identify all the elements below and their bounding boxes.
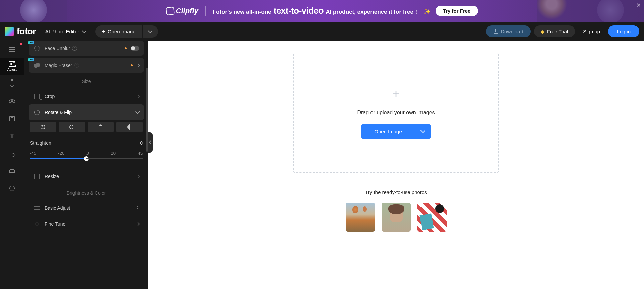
option-fine-tune[interactable]: Fine Tune [29, 216, 144, 232]
eye-icon [9, 99, 15, 103]
open-image-dropdown[interactable] [142, 25, 158, 38]
plus-icon: + [392, 87, 399, 101]
fine-tune-icon [35, 221, 39, 227]
banner-decoration [20, 0, 47, 22]
adjust-icon [9, 61, 15, 67]
basic-adjust-icon [34, 205, 40, 211]
status-dot [131, 64, 133, 66]
chevron-down-icon [82, 28, 87, 33]
login-button[interactable]: Log in [608, 25, 639, 37]
straighten-value: 0 [140, 140, 143, 146]
tool-magic-eraser[interactable]: AI Magic Eraser ? [29, 58, 144, 73]
chevron-right-icon [136, 174, 140, 178]
help-icon[interactable]: ? [74, 63, 79, 68]
banner-decoration [537, 0, 567, 22]
straighten-label: Straighten [30, 140, 51, 146]
ai-badge: AI [28, 58, 34, 61]
editor-label: AI Photo Editor [45, 28, 79, 34]
sample-photo-3[interactable] [417, 203, 447, 232]
canvas-area: + Drag or upload your own images Open Im… [148, 41, 644, 289]
sidebar-item-label: Adjust [7, 68, 17, 71]
download-button[interactable]: Download [486, 25, 531, 37]
slider-thumb[interactable] [84, 156, 89, 161]
more-icon [9, 186, 15, 191]
option-resize[interactable]: Resize [29, 168, 144, 184]
sidebar-item-effects[interactable] [0, 75, 24, 93]
face-unblur-icon [34, 46, 40, 51]
chevron-right-icon [136, 94, 140, 98]
canvas-open-image-button[interactable]: Open Image [361, 124, 415, 139]
text-icon: T [10, 133, 14, 140]
chevron-down-icon [135, 109, 140, 114]
open-image-button[interactable]: + Open Image [95, 25, 142, 38]
straighten-slider-section: Straighten 0 -45 -20 0 20 45 [29, 136, 144, 159]
sidebar-item-cloud[interactable] [0, 162, 24, 180]
frame-icon [9, 116, 15, 121]
clipfly-logo: Clipfly [166, 7, 198, 15]
plus-icon: + [102, 28, 105, 35]
sidebar-item-text[interactable]: T [0, 127, 24, 145]
promo-banner[interactable]: Clipfly Fotor's new all-in-one text-to-v… [0, 0, 644, 22]
dropzone-text: Drag or upload your own images [357, 110, 435, 116]
sidebar-item-frames[interactable] [0, 110, 24, 127]
transform-buttons [29, 120, 144, 136]
sidebar-item-elements[interactable] [0, 145, 24, 162]
sidebar-item-beauty[interactable] [0, 93, 24, 110]
clipfly-brand-text: Clipfly [176, 7, 198, 15]
face-unblur-toggle[interactable] [131, 46, 139, 51]
option-basic-adjust[interactable]: Basic Adjust ⋮ [29, 200, 144, 216]
topbar: fotor AI Photo Editor + Open Image Downl… [0, 22, 644, 41]
rotate-cw-button[interactable] [30, 122, 56, 132]
open-image-button-group: + Open Image [95, 25, 158, 38]
free-trial-button[interactable]: ◆ Free Trial [534, 25, 575, 37]
status-dot [125, 47, 127, 49]
slider-tick-marks [30, 154, 143, 155]
flip-horizontal-icon [98, 124, 103, 130]
sample-photo-2[interactable] [382, 203, 411, 232]
tool-face-unblur[interactable]: AI Face Unblur ? [29, 41, 144, 56]
sparkle-icon: ✨ [423, 8, 431, 15]
collapse-panel-button[interactable] [148, 132, 153, 153]
sample-photo-1[interactable] [346, 203, 375, 232]
fotor-logo[interactable]: fotor [5, 26, 36, 37]
try-for-free-button[interactable]: Try for Free [436, 6, 478, 16]
image-dropzone[interactable]: + Drag or upload your own images Open Im… [293, 53, 499, 173]
flip-vertical-button[interactable] [116, 122, 143, 132]
fotor-logo-icon [5, 27, 14, 36]
sidebar-item-adjust[interactable]: Adjust [0, 58, 24, 75]
help-icon[interactable]: ? [72, 46, 77, 51]
option-rotate-flip[interactable]: Rotate & Flip [29, 104, 144, 120]
editor-dropdown[interactable]: AI Photo Editor [45, 28, 86, 34]
chevron-down-icon [420, 128, 425, 133]
option-crop[interactable]: Crop [29, 88, 144, 104]
shapes-icon [9, 151, 15, 157]
close-banner-button[interactable]: ✕ [636, 2, 641, 8]
clipfly-icon [166, 6, 175, 15]
apps-icon [9, 47, 15, 52]
eraser-icon [33, 62, 40, 68]
more-vertical-icon[interactable]: ⋮ [135, 205, 139, 211]
sample-photos-section: Try the ready-to-use photos [346, 189, 447, 232]
rotate-ccw-button[interactable] [59, 122, 85, 132]
flip-horizontal-button[interactable] [88, 122, 114, 132]
tools-panel: AI Face Unblur ? AI Magic Eraser ? Size … [24, 41, 148, 289]
section-header-size: Size [29, 79, 144, 84]
rotate-cw-icon [41, 125, 45, 129]
section-header-brightness: Brightness & Color [29, 190, 144, 196]
rotate-ccw-icon [69, 125, 74, 129]
canvas-open-image-dropdown[interactable] [415, 124, 431, 139]
banner-decoration [597, 0, 624, 22]
diamond-icon: ◆ [541, 29, 544, 34]
sidebar-item-more[interactable] [0, 180, 24, 197]
fotor-logo-text: fotor [17, 26, 36, 37]
main-area: Adjust T AI Face Unblur [0, 41, 644, 289]
resize-icon [34, 174, 40, 179]
signup-link[interactable]: Sign up [578, 25, 605, 37]
straighten-slider[interactable] [30, 158, 143, 159]
chevron-down-icon [148, 28, 152, 33]
flask-icon [10, 81, 14, 87]
divider [205, 6, 206, 16]
icon-sidebar: Adjust T [0, 41, 24, 289]
sidebar-item-apps[interactable] [0, 41, 24, 58]
chevron-right-icon [136, 222, 140, 226]
